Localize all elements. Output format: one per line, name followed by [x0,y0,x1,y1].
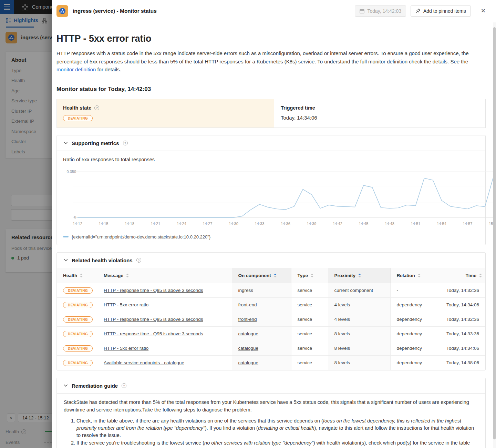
column-header-health[interactable]: Health [57,268,97,283]
triggered-time-value: Today, 14:34:06 [281,115,478,121]
x-axis-tick-label: 14:12 [73,222,82,226]
violation-message-link[interactable]: HTTP - response time - Q95 is above 3 se… [104,288,203,293]
violations-body: DEVIATINGHTTP - response time - Q95 is a… [57,283,485,370]
sort-icon[interactable] [358,274,361,277]
proximity-cell: current component [328,283,390,298]
type-cell: service [291,298,328,312]
time-cell: Today, 14:38:06 [436,356,485,370]
remediation-section: Remediation guide ? StackState has detec… [56,378,486,448]
health-state-cell: Health state ? DEVIATING [57,99,274,128]
time-cell: Today, 14:34:06 [436,341,485,356]
sort-icon[interactable] [418,274,421,277]
column-header-message[interactable]: Message [97,268,232,283]
health-badge: DEVIATING [63,302,93,308]
column-header-type[interactable]: Type [291,268,328,283]
violation-row: DEVIATINGHTTP - response time - Q95 is a… [57,283,485,298]
proximity-cell: 4 levels [328,312,390,327]
column-label: Type [298,273,308,278]
x-axis-tick-label: 14:57 [463,222,473,226]
type-cell: service [291,327,328,341]
chevron-down-icon[interactable] [64,142,68,144]
help-icon[interactable]: ? [122,383,126,388]
component-link[interactable]: catalogue [238,346,259,351]
x-axis-tick-label: 14:30 [229,222,238,226]
triggered-time-cell: Triggered time Today, 14:34:06 [274,99,485,128]
x-axis-tick-label: 14:33 [255,222,265,226]
x-axis-tick-label: 14:42 [333,222,342,226]
help-icon[interactable]: ? [123,141,128,145]
relation-cell: dependency [390,298,436,312]
vertical-scrollbar-track[interactable] [493,22,496,448]
component-link[interactable]: catalogue [238,331,259,336]
supporting-metrics-section: Supporting metrics ? Ratio of 5xx respon… [56,135,486,245]
column-header-proximity[interactable]: Proximity [328,268,390,283]
y-axis-tick-label: 0.350 [66,170,76,174]
series-color-dash [63,236,69,237]
column-label: Time [466,273,476,278]
remediation-intro: StackState has detected that more than 5… [64,398,478,414]
relation-cell: dependency [390,312,436,327]
add-to-pinned-button[interactable]: Add to pinned items [411,6,471,17]
monitor-description: HTTP responses with a status code in the… [56,49,486,74]
time-picker-button[interactable]: Today, 14:42:03 [355,6,406,17]
violations-title: Related health violations [72,257,133,263]
sort-icon[interactable] [126,274,129,277]
time-cell: Today, 14:32:36 [436,283,485,298]
violation-row: DEVIATINGHTTP - response time - Q95 is a… [57,327,485,341]
chart-pane: Ratio of 5xx responses to total response… [57,151,485,231]
vertical-scrollbar-thumb[interactable] [493,27,496,439]
help-icon[interactable]: ? [94,105,99,110]
column-label: Message [104,273,123,278]
pin-icon [415,8,421,13]
health-badge: DEVIATING [63,287,93,294]
component-link[interactable]: front-end [238,302,257,307]
relation-cell: dependency [390,356,436,370]
health-badge: DEVIATING [63,331,93,337]
close-icon[interactable]: ✕ [479,6,488,16]
sort-icon[interactable] [274,274,277,277]
component-link[interactable]: catalogue [238,360,259,365]
health-badge: DEVIATING [63,345,93,352]
series-legend-label: {externalId="urn:endpoint:/demo-dev.demo… [72,234,210,240]
violation-message-link[interactable]: HTTP - 5xx error ratio [104,346,148,351]
column-header-relation[interactable]: Relation [390,268,436,283]
help-icon[interactable]: ? [136,258,141,263]
x-axis-tick-label: 14:39 [307,222,317,226]
violation-message-link[interactable]: HTTP - response time - Q95 is above 3 se… [104,317,203,322]
x-axis-tick-label: 14:51 [411,222,421,226]
column-header-time[interactable]: Time [436,268,485,283]
chart-legend: {externalId="urn:endpoint:/demo-dev.demo… [57,231,485,245]
column-header-on-component[interactable]: On component [232,268,291,283]
violation-message-link[interactable]: HTTP - response time - Q95 is above 3 se… [104,331,203,336]
violation-row: DEVIATINGHTTP - 5xx error ratiocatalogue… [57,341,485,356]
monitor-definition-link[interactable]: monitor definition [56,67,96,72]
violation-row: DEVIATINGAvailable service endpoints - c… [57,356,485,370]
sort-icon[interactable] [479,274,482,277]
status-card: Health state ? DEVIATING Triggered time … [56,99,486,128]
component-link[interactable]: front-end [238,317,257,322]
chart-title: Ratio of 5xx responses to total response… [63,157,485,162]
triggered-time-label: Triggered time [281,105,315,111]
sort-icon[interactable] [80,274,83,277]
violation-message-link[interactable]: Available service endpoints - catalogue [104,360,184,365]
y-axis-tick-label: 0 [74,215,76,219]
modal-title: ingress (service) - Monitor status [73,8,350,14]
modal-header: ingress (service) - Monitor status Today… [52,0,496,22]
chevron-down-icon[interactable] [64,259,68,262]
proximity-cell: 8 levels [328,327,390,341]
health-state-label: Health state [63,105,91,111]
component-name: ingress [232,283,291,298]
ratio-line-chart: 0.350014:1214:1514:1814:2114:2414:2714:3… [63,166,495,231]
violations-table: HealthMessageOn componentTypeProximityRe… [57,268,485,370]
violation-message-link[interactable]: HTTP - 5xx error ratio [104,302,148,307]
sort-icon[interactable] [311,274,313,277]
ratio-series-line [78,176,495,217]
type-cell: service [291,341,328,356]
column-label: Relation [397,273,415,278]
chevron-down-icon[interactable] [64,384,68,387]
x-axis-tick-label: 14:24 [177,222,186,226]
proximity-cell: 8 levels [328,341,390,356]
type-cell: service [291,283,328,298]
time-cell: Today, 14:34:06 [436,298,485,312]
relation-cell: - [390,283,436,298]
